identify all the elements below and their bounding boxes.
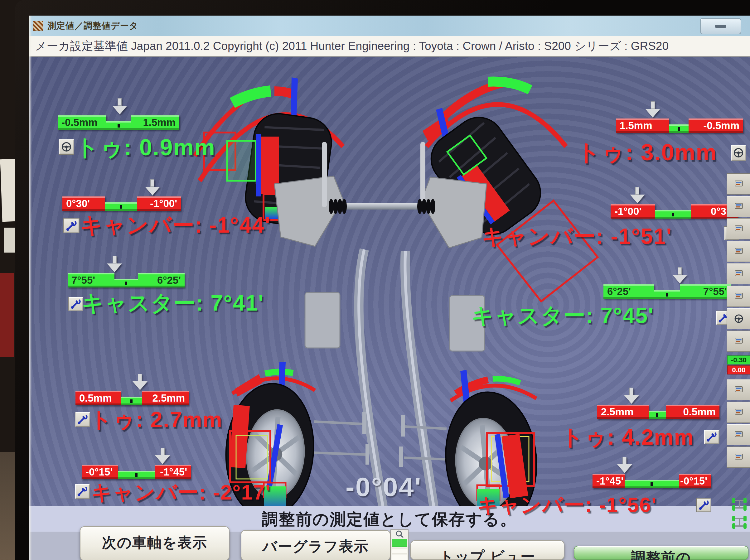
bargraph-zoom-widget[interactable] (391, 529, 409, 560)
front-left-camber-value: キャンバー: -1°44' (80, 211, 271, 240)
bar-segment: 6°25' (604, 284, 654, 299)
front-left-camber-bar: 0°30'-1°00' (62, 196, 181, 211)
toolbar-button-3[interactable] (727, 218, 750, 239)
bar-segment: 7°55' (680, 284, 731, 299)
thrust-angle-value: -0°04' (346, 472, 422, 502)
window-title: 測定値／調整値データ (47, 20, 138, 32)
bar-segment: -0°15' (679, 474, 711, 488)
bar-segment: -0.5mm (689, 119, 743, 133)
rear-right-camber-bar: -1°45'-0°15' (593, 474, 711, 488)
bar-segment: -1°45' (155, 465, 191, 479)
rear-left-toe-bar: 0.5mm2.5mm (76, 391, 189, 405)
toolbar-button-1[interactable] (727, 173, 750, 195)
bar-range-label: 2.5mm (597, 406, 634, 418)
bar-segment: 0°30' (62, 196, 105, 211)
bargraph-view-button[interactable]: バーグラフ表示 (241, 530, 391, 560)
bar-segment: -1°00' (611, 204, 655, 219)
bar-position-arrow (133, 374, 147, 390)
toolbar-icon (733, 246, 744, 257)
wrench-icon (77, 414, 88, 425)
bar-target-zone (121, 397, 142, 405)
toolbar-button-6[interactable] (727, 286, 750, 307)
bar-segment: -1°45' (593, 474, 625, 488)
toolbar-value-chip-red: 0.00 (727, 365, 750, 375)
bar-range-label: 7°55' (68, 274, 95, 286)
to字ol-icon (733, 336, 744, 346)
next-axle-button[interactable]: 次の車軸を表示 (80, 526, 230, 560)
toolbar-value-chip-green: -0.30 (727, 356, 750, 364)
top-view-button[interactable]: トップ ビュー (410, 540, 565, 560)
bar-range-label: -0.5mm (58, 117, 98, 128)
toolbar-button-5[interactable] (727, 263, 750, 284)
front-right-caster-value: キャスター: 7°45' (472, 301, 654, 331)
axle-status-icon[interactable] (731, 496, 748, 512)
front-right-toe-bar: 1.5mm-0.5mm (616, 119, 743, 133)
front-left-toe-adjust-button[interactable] (59, 139, 74, 155)
rear-right-camber-adjust-button[interactable] (696, 498, 711, 512)
bar-segment: 1.5mm (616, 119, 669, 133)
toolbar-button-11[interactable] (727, 424, 750, 445)
toolbar-button-4[interactable] (727, 241, 750, 262)
bar-segment: -0°15' (82, 465, 118, 479)
bar-position-arrow (617, 457, 632, 473)
bar-range-label: 1.5mm (616, 120, 652, 132)
bar-segment: 0.5mm (76, 391, 121, 405)
bar-range-label: 6°25' (157, 274, 184, 286)
bar-target-zone (654, 290, 680, 299)
toolbar-button-7[interactable] (727, 308, 750, 329)
bar-range-label: 1.5mm (143, 117, 179, 128)
front-left-caster-adjust-button[interactable] (68, 297, 83, 311)
zoom-level-row (392, 548, 407, 554)
rear-right-toe-adjust-button[interactable] (704, 430, 719, 444)
steering-wheel-icon (732, 147, 744, 159)
bar-target-zone (106, 121, 131, 130)
magnifier-icon (395, 530, 404, 538)
bar-target-zone (649, 411, 666, 419)
bar-segment: 1.5mm (131, 115, 179, 130)
front-left-camber-adjust-button[interactable] (63, 218, 80, 233)
bar-target-zone (105, 202, 137, 211)
wrench-icon (71, 299, 81, 309)
bar-position-arrow (630, 187, 645, 203)
wrench-icon (66, 220, 77, 232)
front-left-blue-stripe (256, 134, 261, 196)
toolbar-icon (733, 384, 744, 395)
bar-range-label: -1°45' (593, 475, 624, 487)
front-right-camber-value: キャンバー: -1°51' (482, 222, 672, 251)
front-left-caster-bar: 7°55'6°25' (68, 273, 184, 287)
bar-target-zone (655, 210, 691, 219)
bar-range-label: -0°15' (680, 475, 711, 487)
bar-range-label: 2.5mm (152, 392, 189, 404)
bar-target-zone (118, 471, 155, 479)
wrench-icon (698, 500, 709, 511)
toolbar-button-2[interactable] (727, 196, 750, 217)
toolbar-button-10[interactable] (727, 402, 750, 423)
bar-range-label: 6°25' (604, 286, 631, 298)
toolbar-button-9[interactable] (727, 379, 750, 400)
toolbar-icon (733, 407, 744, 418)
rear-right-toe-bar: 2.5mm0.5mm (597, 405, 719, 419)
bar-range-label: -0°15' (82, 466, 113, 478)
bar-position-arrow (672, 267, 687, 283)
alignment-screen-photo: 測定値／調整値データ メーカ設定基準値 Japan 2011.0.2 Copyr… (0, 0, 750, 560)
front-right-toe-adjust-button[interactable] (731, 145, 746, 161)
toolbar-icon (733, 201, 744, 212)
bar-segment: 2.5mm (142, 391, 189, 405)
toolbar-icon (733, 179, 744, 189)
front-right-toe-value: トゥ: 3.0mm (577, 137, 717, 168)
toolbar-button-12[interactable] (727, 446, 750, 468)
before-adjustment-button[interactable]: 調整前の (574, 546, 748, 560)
bar-range-label: -1°45' (160, 466, 191, 478)
rear-left-camber-adjust-button[interactable] (75, 484, 90, 499)
rear-left-toe-adjust-button[interactable] (75, 412, 90, 427)
bar-segment: 7°55' (68, 273, 115, 287)
axle-status-icon[interactable] (731, 515, 748, 530)
bar-target-zone (115, 279, 138, 287)
rear-left-toe-value: トゥ: 2.7mm (90, 405, 223, 435)
steering-wheel-icon (733, 313, 744, 324)
toolbar-button-8[interactable] (727, 331, 750, 352)
bar-position-arrow (107, 256, 122, 272)
minimize-button[interactable] (700, 18, 741, 34)
bar-range-label: -1°00' (150, 198, 181, 209)
bar-segment: -0.5mm (58, 115, 106, 130)
